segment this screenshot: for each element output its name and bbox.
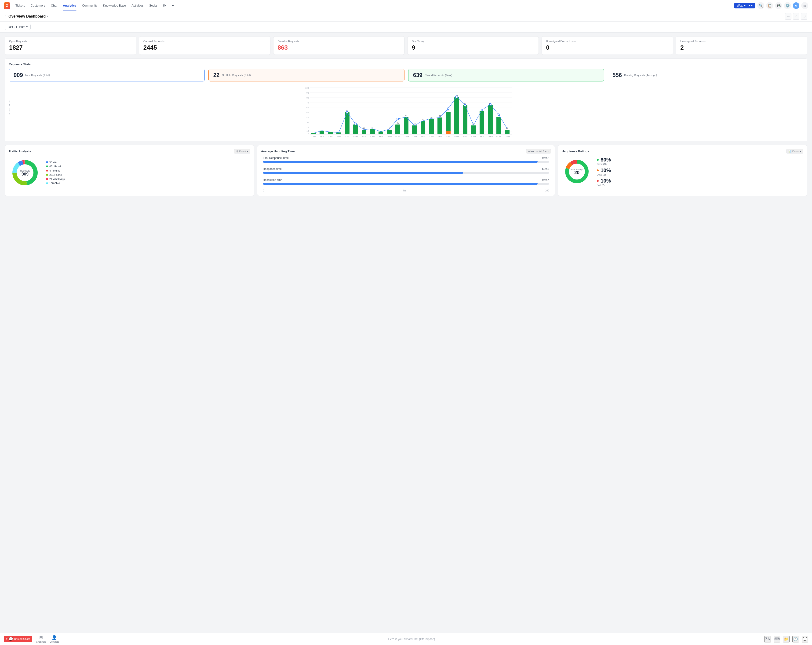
summary-new-requests[interactable]: 909 New Requests (Total) — [9, 69, 205, 81]
stat-card-due-today[interactable]: Due Today 9 — [407, 36, 539, 55]
hbar-first-response-fill — [263, 161, 537, 163]
svg-text:10: 10 — [363, 127, 365, 129]
hbar-response-time-track — [263, 172, 549, 174]
nav-tickets[interactable]: Tickets — [13, 0, 27, 11]
handling-chart-type-button[interactable]: ≡ Horizontal Bar ▾ — [526, 149, 551, 154]
notifications-button[interactable]: 📋 — [766, 2, 773, 9]
nav-knowledge-base[interactable]: Knowledge Base — [101, 0, 128, 11]
happiness-donut-area: Total Ratings 20 80% Good (16) — [562, 156, 803, 187]
svg-rect-49 — [446, 112, 450, 131]
settings-button[interactable]: ⚙️ — [784, 2, 791, 9]
svg-text:100: 100 — [305, 87, 309, 89]
svg-text:9 AM: 9 AM — [379, 136, 383, 137]
svg-rect-60 — [488, 105, 493, 135]
hbar-resolution-time: Resolution time 95:47 — [263, 178, 549, 185]
channels-label: Channels — [36, 640, 46, 643]
search-button[interactable]: 🔍 — [757, 2, 764, 9]
traffic-title: Traffic Analysis ◎ Donut ▾ — [9, 149, 250, 154]
svg-text:8 AM: 8 AM — [370, 136, 375, 137]
contacts-button[interactable]: 👤 Contacts — [50, 635, 59, 643]
summary-closed-requests[interactable]: 639 Closed Requests (Total) — [408, 69, 604, 81]
stat-label-unassigned: Unassigned Requests — [680, 40, 803, 43]
svg-rect-43 — [421, 121, 425, 135]
traffic-chart-type-button[interactable]: ◎ Donut ▾ — [234, 149, 250, 154]
apps-grid-button[interactable]: ⊞ — [801, 2, 808, 9]
nav-more[interactable]: ≡ — [169, 0, 176, 11]
handling-time-card: Average Handling Time ≡ Horizontal Bar ▾… — [257, 145, 555, 196]
taskbar-btn-5[interactable]: 💬 — [802, 636, 808, 642]
nav-customers[interactable]: Customers — [28, 0, 48, 11]
svg-text:1 PM: 1 PM — [412, 136, 417, 137]
stat-card-overdue-requests[interactable]: Overdue Requests 863 — [273, 36, 405, 55]
happiness-donut-svg: Total Ratings 20 — [562, 156, 592, 187]
svg-text:5 AM: 5 AM — [345, 136, 350, 137]
summary-onhold-requests[interactable]: 22 On Hold Requests (Total) — [208, 69, 404, 81]
unread-chats-label: Unread Chats — [14, 637, 30, 640]
svg-rect-58 — [479, 111, 484, 135]
stat-card-open-requests[interactable]: Open Requests 1827 — [5, 36, 136, 55]
more-options-button[interactable]: ••• — [785, 13, 791, 20]
svg-text:10 PM: 10 PM — [487, 136, 493, 137]
svg-rect-41 — [412, 125, 417, 135]
channels-button[interactable]: ⊞ Channels — [36, 635, 46, 643]
svg-rect-25 — [336, 133, 341, 135]
svg-rect-30 — [362, 130, 366, 135]
happiness-legend: 80% Good (16) 10% Okay (2) — [597, 157, 611, 186]
taskbar-btn-1[interactable]: ZA — [764, 636, 771, 642]
nav-activities[interactable]: Activities — [129, 0, 146, 11]
nav-analytics[interactable]: Analytics — [61, 0, 79, 11]
subheader: ‹ Overview Dashboard ▾ ••• ⤢ ⓘ — [0, 11, 812, 21]
legend-dot-web — [46, 161, 48, 163]
hbar-first-response-track — [263, 161, 549, 163]
summary-backlog-value: 556 — [612, 72, 622, 78]
info-button[interactable]: ⓘ — [801, 13, 807, 20]
nav-community[interactable]: Community — [80, 0, 100, 11]
svg-text:6 PM: 6 PM — [455, 136, 459, 137]
taskbar-btn-2[interactable]: ⌨ — [774, 636, 780, 642]
svg-text:0: 0 — [308, 133, 309, 135]
games-button[interactable]: 🎮 — [775, 2, 782, 9]
taskbar-btn-3[interactable]: 📁 — [783, 636, 789, 642]
nav-im[interactable]: IM — [161, 0, 169, 11]
svg-point-71 — [464, 104, 466, 106]
back-button[interactable]: ‹ — [5, 14, 6, 19]
date-filter-button[interactable]: Last 24 Hours ▾ — [5, 24, 31, 30]
smart-chat-input[interactable]: Here is your Smart Chat (Ctrl+Space) — [63, 637, 760, 641]
summary-backlog-label: Backlog Requests (Average) — [624, 74, 657, 76]
stat-card-unassigned-due[interactable]: Unassigned Due in 1 hour 0 — [542, 36, 673, 55]
stats-cards-row: Open Requests 1827 On Hold Requests 2445… — [5, 36, 807, 55]
svg-rect-62 — [496, 117, 501, 135]
handling-bars: First Response Time 95:52 Response time … — [261, 156, 551, 192]
nav-chat[interactable]: Chat — [49, 0, 60, 11]
handling-title: Average Handling Time ≡ Horizontal Bar ▾ — [261, 149, 551, 154]
app-logo[interactable]: Z — [4, 2, 10, 9]
stat-card-unassigned[interactable]: Unassigned Requests 2 — [676, 36, 807, 55]
summary-backlog[interactable]: 556 Backlog Requests (Average) — [608, 69, 803, 81]
summary-closed-value: 639 — [413, 72, 423, 78]
svg-text:80: 80 — [307, 97, 309, 99]
svg-rect-37 — [395, 124, 400, 135]
nav-social[interactable]: Social — [147, 0, 160, 11]
traffic-donut-area: Requests 909 56 Web 431 Email 4 Forums — [9, 156, 250, 189]
unread-chats-button[interactable]: 2 💬 Unread Chats — [4, 636, 32, 642]
hbar-first-response-header: First Response Time 95:52 — [263, 156, 549, 160]
svg-text:70: 70 — [307, 102, 309, 104]
stat-value-onhold: 2445 — [143, 44, 266, 51]
svg-text:10: 10 — [307, 130, 309, 132]
stat-card-onhold-requests[interactable]: On Hold Requests 2445 — [139, 36, 270, 55]
zpad-button[interactable]: zPad ▾ + ▾ — [734, 3, 756, 8]
user-avatar[interactable]: U — [793, 2, 799, 9]
svg-text:20: 20 — [307, 126, 309, 128]
hbar-response-time: Response time 69:50 — [263, 167, 549, 174]
svg-rect-28 — [353, 124, 358, 135]
svg-text:7 AM: 7 AM — [362, 136, 366, 137]
page-title-caret[interactable]: ▾ — [47, 15, 48, 18]
rating-label-okay: Okay (2) — [597, 173, 611, 176]
svg-rect-45 — [429, 119, 434, 135]
expand-button[interactable]: ⤢ — [793, 13, 799, 20]
rating-pct-bad: 10% — [600, 178, 611, 184]
svg-rect-50 — [446, 131, 450, 135]
happiness-chart-type-button[interactable]: 📊 Donut ▾ — [786, 149, 803, 154]
stat-value-overdue: 863 — [278, 44, 400, 51]
taskbar-btn-4[interactable]: 🕐 — [792, 636, 799, 642]
